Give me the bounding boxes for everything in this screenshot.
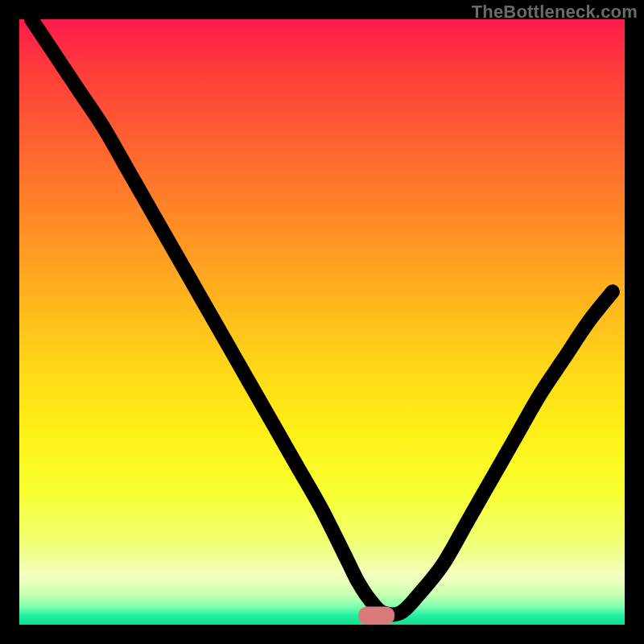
chart-frame: TheBottleneck.com <box>0 0 644 644</box>
chart-svg <box>19 19 625 625</box>
plot-area <box>19 19 625 625</box>
optimal-marker <box>358 606 394 625</box>
bottleneck-curve <box>31 19 613 614</box>
